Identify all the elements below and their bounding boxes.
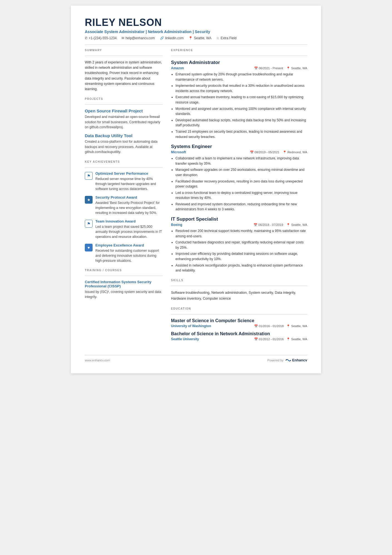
location-item: 📍 Seattle, WA [188, 36, 211, 40]
experience-label: EXPERIENCE [171, 49, 307, 52]
candidate-title: Associate System Administrator | Network… [85, 29, 307, 34]
job-company-2: Microsoft [171, 150, 186, 154]
achievement-item-3: ⚑ Team Innovation Award Led a team proje… [85, 219, 163, 239]
job-title-1: System Administrator [171, 60, 307, 65]
achievement-desc-1: Reduced server response time by 40% thro… [95, 176, 163, 191]
project-title-1: Open Source Firewall Project [85, 108, 163, 113]
edu-pin-icon-1: 📍 [286, 324, 290, 328]
achievement-content-1: Optimized Server Performance Reduced ser… [95, 171, 163, 191]
phone-icon: ✆ [85, 36, 88, 40]
summary-text: With 2 years of experience in system adm… [85, 60, 163, 92]
edu-meta-2: 📅 01/2012 - 01/2016 📍 Seattle, WA [254, 337, 307, 341]
calendar-icon-2: 📅 [250, 151, 254, 154]
edu-school-1: University of Washington [171, 324, 211, 328]
edu-cal-icon-1: 📅 [254, 324, 258, 328]
skills-text: Software troubleshooting, Network admini… [171, 290, 307, 302]
experience-divider [171, 56, 307, 56]
edu-meta-1: 📅 01/2016 - 01/2018 📍 Seattle, WA [254, 324, 307, 328]
email-icon: ✉ [121, 36, 124, 40]
achievements-section: KEY ACHIEVEMENTS ⚑ Optimized Server Perf… [85, 160, 163, 263]
pin-icon-1: 📍 [286, 66, 290, 70]
bullet-3-4: Assisted in network reconfiguration proj… [175, 263, 307, 273]
achievements-divider [85, 167, 163, 167]
pin-icon-2: 📍 [283, 151, 287, 154]
job-title-3: IT Support Specialist [171, 216, 307, 222]
extra-item: ☆ Extra Field [216, 36, 236, 40]
phone-item: ✆ +1-(234)-555-1234 [85, 36, 116, 40]
footer-bar: www.enhancv.com Powered by Enhancv [85, 355, 307, 362]
email-value: help@enhancv.com [125, 36, 155, 40]
achievements-label: KEY ACHIEVEMENTS [85, 160, 163, 163]
job-2: Systems Engineer Microsoft 📅 08/2019 - 0… [171, 144, 307, 212]
edu-pin-icon-2: 📍 [286, 337, 290, 341]
bullet-2-1: Collaborated with a team to implement a … [175, 156, 307, 166]
right-column: EXPERIENCE System Administrator Amazon 📅… [171, 49, 307, 347]
achievement-content-3: Team Innovation Award Led a team project… [95, 219, 163, 239]
bullet-2-2: Managed software upgrades on over 250 wo… [175, 167, 307, 177]
skills-label: SKILLS [171, 279, 307, 282]
achievement-content-4: Employee Excellence Award Received for o… [95, 243, 163, 263]
projects-divider [85, 104, 163, 105]
job-company-1: Amazon [171, 66, 184, 70]
edu-school-line-1: University of Washington 📅 01/2016 - 01/… [171, 324, 307, 328]
skills-divider [171, 286, 307, 286]
projects-section: PROJECTS Open Source Firewall Project De… [85, 97, 163, 155]
summary-label: SUMMARY [85, 49, 163, 52]
summary-divider [85, 56, 163, 56]
bullet-1-4: Monitored and assigned user accounts, en… [175, 106, 307, 117]
job-3: IT Support Specialist Boeing 📅 06/2018 -… [171, 216, 307, 273]
achievement-item-4: ♥ Employee Excellence Award Received for… [85, 243, 163, 263]
job-location-2: 📍 Redmond, WA [283, 151, 307, 154]
linkedin-item: 🔗 linkedin.com [160, 36, 184, 40]
header-section: RILEY NELSON Associate System Administra… [85, 17, 307, 40]
footer-brand: Powered by Enhancv [267, 358, 307, 362]
job-bullets-3: Resolved over 200 technical support tick… [175, 228, 307, 273]
summary-section: SUMMARY With 2 years of experience in sy… [85, 49, 163, 92]
achievement-desc-3: Led a team project that saved $25,000 an… [95, 224, 163, 239]
linkedin-icon: 🔗 [160, 36, 164, 40]
job-3-company-line: Boeing 📅 06/2018 - 07/2019 📍 Seattle, WA [171, 223, 307, 227]
location-value: Seattle, WA [194, 36, 211, 40]
bullet-2-4: Led a cross-functional team to deploy a … [175, 190, 307, 201]
job-meta-1: 📅 06/2021 - Present 📍 Seattle, WA [254, 66, 307, 70]
project-item-1: Open Source Firewall Project Developed a… [85, 108, 163, 130]
bullet-3-3: Improved user efficiency by providing de… [175, 251, 307, 262]
experience-section: EXPERIENCE System Administrator Amazon 📅… [171, 49, 307, 273]
calendar-icon-1: 📅 [254, 66, 258, 70]
enhancv-text: Enhancv [292, 358, 307, 362]
edu-loc-2: 📍 Seattle, WA [286, 337, 307, 341]
job-bullets-2: Collaborated with a team to implement a … [175, 156, 307, 212]
achievement-icon-1: ⚑ [85, 172, 93, 180]
job-location-3: 📍 Seattle, WA [286, 223, 307, 227]
extra-value: Extra Field [220, 36, 236, 40]
job-company-3: Boeing [171, 223, 182, 227]
job-meta-2: 📅 08/2019 - 05/2021 📍 Redmond, WA [250, 151, 307, 154]
job-location-1: 📍 Seattle, WA [286, 66, 307, 70]
edu-item-2: Bachelor of Science in Network Administr… [171, 331, 307, 341]
edu-date-1: 📅 01/2016 - 01/2018 [254, 324, 284, 328]
edu-degree-2: Bachelor of Science in Network Administr… [171, 331, 307, 336]
calendar-icon-3: 📅 [254, 223, 257, 227]
project-title-2: Data Backup Utility Tool [85, 133, 163, 138]
job-1-company-line: Amazon 📅 06/2021 - Present 📍 Seattle, WA [171, 66, 307, 70]
header-divider [85, 45, 307, 45]
job-date-1: 📅 06/2021 - Present [254, 66, 283, 70]
achievement-title-4: Employee Excellence Award [95, 243, 163, 247]
bullet-1-3: Executed annual hardware inventory, lead… [175, 95, 307, 105]
achievement-desc-4: Received for outstanding customer suppor… [95, 248, 163, 263]
footer-url: www.enhancv.com [85, 359, 110, 362]
job-meta-3: 📅 06/2018 - 07/2019 📍 Seattle, WA [254, 223, 307, 227]
job-date-2: 📅 08/2019 - 05/2021 [250, 151, 279, 154]
candidate-name: RILEY NELSON [85, 17, 307, 28]
training-desc-1: Issued by (ISC)², covering system securi… [85, 289, 163, 299]
job-date-3: 📅 06/2018 - 07/2019 [254, 223, 283, 227]
enhancv-logo: Enhancv [285, 358, 307, 362]
achievement-icon-2: ★ [85, 196, 93, 204]
edu-school-2: Seattle University [171, 337, 199, 341]
education-divider [171, 314, 307, 314]
enhancv-icon [285, 358, 291, 362]
project-desc-1: Developed and maintained an open-source … [85, 114, 163, 130]
skills-section: SKILLS Software troubleshooting, Network… [171, 279, 307, 302]
edu-item-1: Master of Science in Computer Science Un… [171, 318, 307, 328]
project-desc-2: Created a cross-platform tool for automa… [85, 139, 163, 155]
